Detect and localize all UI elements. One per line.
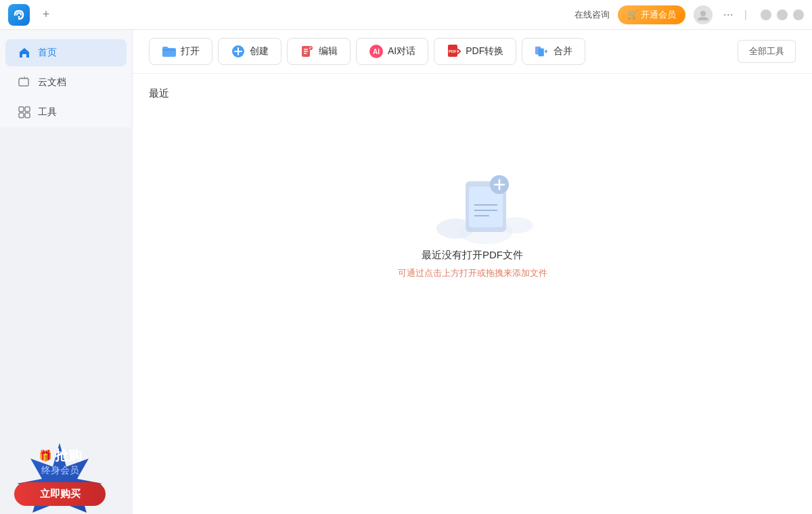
app-logo <box>8 4 30 26</box>
title-bar: + 在线咨询 🛒 开通会员 ··· | — □ ✕ <box>0 0 812 30</box>
edit-label: 编辑 <box>319 45 338 57</box>
window-controls: — □ ✕ <box>761 9 804 20</box>
more-button[interactable]: ··· <box>721 7 736 22</box>
merge-label: 合并 <box>554 45 572 57</box>
svg-text:PDF: PDF <box>449 49 457 53</box>
svg-text:AI: AI <box>373 48 380 55</box>
titlebar-right: 在线咨询 🛒 开通会员 ··· | — □ ✕ <box>574 5 804 24</box>
empty-illustration <box>432 168 513 235</box>
main-layout: 首页 云文档 <box>0 30 812 514</box>
ai-label: AI对话 <box>388 45 415 57</box>
svg-rect-6 <box>25 113 30 118</box>
open-button[interactable]: 打开 <box>149 38 212 65</box>
svg-rect-19 <box>539 48 544 56</box>
sidebar: 首页 云文档 <box>0 30 133 127</box>
pdf-icon: PDF <box>447 44 461 59</box>
sidebar-home-label: 首页 <box>38 47 57 59</box>
vip-button[interactable]: 🛒 开通会员 <box>618 5 685 24</box>
open-label: 打开 <box>181 45 200 57</box>
create-button[interactable]: 创建 <box>218 38 281 65</box>
sidebar-container: 首页 云文档 <box>0 30 133 514</box>
all-tools-button[interactable]: 全部工具 <box>738 40 796 63</box>
pdf-button[interactable]: PDF PDF转换 <box>434 38 516 65</box>
promo-buy-button[interactable]: 立即购买 <box>14 482 106 506</box>
svg-rect-4 <box>25 107 30 112</box>
recent-title: 最近 <box>149 87 796 100</box>
sidebar-item-home[interactable]: 首页 <box>5 39 127 66</box>
user-avatar[interactable] <box>694 5 713 24</box>
home-icon <box>18 46 31 60</box>
folder-open-icon <box>162 44 177 59</box>
edit-button[interactable]: 编辑 <box>287 38 351 65</box>
svg-rect-2 <box>19 78 28 86</box>
sidebar-item-tools[interactable]: 工具 <box>5 99 127 126</box>
new-tab-button[interactable]: + <box>37 5 55 24</box>
cloud-icon <box>18 76 31 89</box>
empty-main-text: 最近没有打开PDF文件 <box>422 249 523 262</box>
merge-icon <box>535 44 549 59</box>
vip-icon: 🛒 <box>627 9 638 20</box>
merge-button[interactable]: 合并 <box>522 38 585 65</box>
titlebar-separator: | <box>744 9 747 21</box>
promo-subtitle: 终身会员 <box>11 465 109 477</box>
sidebar-tools-label: 工具 <box>38 106 57 118</box>
plus-circle-icon <box>231 44 246 59</box>
close-button[interactable]: ✕ <box>793 9 804 20</box>
tools-icon <box>18 106 31 119</box>
promo-badge[interactable]: 🎁 抢购 终身会员 立即购买 <box>4 440 112 506</box>
svg-point-0 <box>18 16 20 18</box>
create-label: 创建 <box>250 45 269 57</box>
ai-button[interactable]: AI AI对话 <box>356 38 428 65</box>
promo-container: 🎁 抢购 终身会员 立即购买 <box>4 440 112 506</box>
ai-icon: AI <box>369 44 384 59</box>
svg-point-1 <box>700 11 706 16</box>
minimize-button[interactable]: — <box>761 9 771 20</box>
svg-rect-3 <box>19 107 24 112</box>
vip-label: 开通会员 <box>641 9 676 21</box>
recent-section: 最近 <box>133 74 812 320</box>
consult-button[interactable]: 在线咨询 <box>574 9 610 21</box>
sidebar-cloud-label: 云文档 <box>38 76 66 89</box>
empty-sub-text: 可通过点击上方打开或拖拽来添加文件 <box>398 267 547 279</box>
toolbar: 打开 创建 <box>133 30 812 74</box>
sidebar-item-cloud[interactable]: 云文档 <box>5 69 127 96</box>
maximize-button[interactable]: □ <box>777 9 788 20</box>
edit-icon <box>300 44 315 59</box>
content-area: 打开 创建 <box>133 30 812 514</box>
svg-rect-5 <box>19 113 24 118</box>
pdf-label: PDF转换 <box>466 45 503 57</box>
empty-state: 最近没有打开PDF文件 可通过点击上方打开或拖拽来添加文件 <box>149 114 796 306</box>
promo-title: 抢购 <box>55 446 82 465</box>
